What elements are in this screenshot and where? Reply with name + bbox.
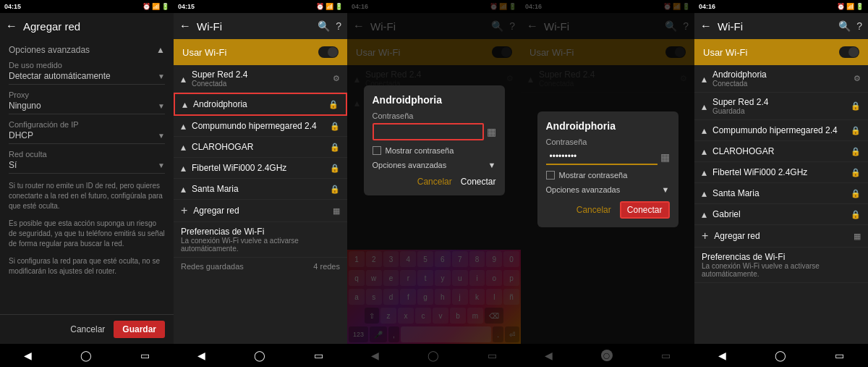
dialog-input-wrap-4: ▦ xyxy=(546,149,670,165)
wifi-signal-icon-santa: ▴ xyxy=(181,183,186,195)
wifi-item-super-red[interactable]: ▴ Super Red 2.4 Conectada ⚙ xyxy=(174,65,347,93)
back-button-1[interactable]: ← xyxy=(6,20,17,33)
wifi-info-fibertel-5: Fibertel WiFi000 2.4GHz xyxy=(712,167,851,177)
signal-icon-5: 📶 xyxy=(846,3,854,10)
wifi-info-super-red: Super Red 2.4 Conectada xyxy=(192,69,333,88)
back-nav-5[interactable]: ◀ xyxy=(718,350,726,361)
header-1: ← Agregar red xyxy=(0,13,174,39)
qr-icon-5[interactable]: ▦ xyxy=(854,232,861,241)
dialog-title-4: Androidphoria xyxy=(546,120,670,132)
wifi-item-claro[interactable]: ▴ CLAROHOGAR 🔒 xyxy=(174,137,347,158)
connect-button-3[interactable]: Conectar xyxy=(461,177,496,187)
wifi-info-claro-5: CLAROHOGAR xyxy=(712,146,851,156)
wifi-name-fibertel: Fibertel WiFi000 2.4GHz xyxy=(192,163,330,173)
wifi-info-gabriel-5: Gabriel xyxy=(712,209,851,219)
config-ip-field[interactable]: DHCP ▼ xyxy=(9,130,165,144)
use-wifi-bar-5[interactable]: Usar Wi-Fi xyxy=(694,39,868,65)
save-button-1[interactable]: Guardar xyxy=(114,321,165,338)
use-wifi-bar-2[interactable]: Usar Wi-Fi xyxy=(174,39,347,65)
show-password-checkbox-3[interactable] xyxy=(373,146,381,155)
wifi-item-santa-maria[interactable]: ▴ Santa Maria 🔒 xyxy=(174,179,347,200)
red-oculta-value: Sí xyxy=(9,160,17,170)
alarm-icon-1: ⏰ xyxy=(142,3,150,10)
back-button-2[interactable]: ← xyxy=(179,20,191,33)
wifi-prefs-5[interactable]: Preferencias de Wi-Fi La conexión Wi-Fi … xyxy=(694,248,868,283)
wifi-list-5: ▴ Androidphoria Conectada ⚙ ▴ Super Red … xyxy=(694,65,868,344)
header-5: ← Wi-Fi 🔍 ? xyxy=(694,13,868,39)
wifi-signal-icon-5-1: ▴ xyxy=(702,73,707,85)
wifi-signal-icon-5-4: ▴ xyxy=(702,145,707,157)
wifi-item-super-red-5[interactable]: ▴ Super Red 2.4 Guardada 🔒 xyxy=(694,93,868,120)
signal-icon-2: 📶 xyxy=(326,3,333,10)
recents-nav-1[interactable]: ▭ xyxy=(140,350,150,361)
home-nav-5[interactable]: ◯ xyxy=(775,350,786,361)
wifi-item-fibertel[interactable]: ▴ Fibertel WiFi000 2.4GHz 🔒 xyxy=(174,158,347,179)
password-input-4[interactable] xyxy=(546,149,658,165)
de-uso-label: De uso medido xyxy=(9,61,165,69)
password-input-3[interactable] xyxy=(373,123,484,140)
header-icons-5: 🔍 ? xyxy=(838,20,862,32)
red-oculta-field[interactable]: Sí ▼ xyxy=(9,160,165,174)
wifi-item-gabriel-5[interactable]: ▴ Gabriel 🔒 xyxy=(694,204,868,225)
home-nav-1[interactable]: ◯ xyxy=(80,350,92,361)
gear-icon-androidphoria-5[interactable]: ⚙ xyxy=(854,74,861,83)
show-password-checkbox-4[interactable] xyxy=(546,171,555,180)
help-icon-5[interactable]: ? xyxy=(856,20,862,32)
advanced-opts-4[interactable]: Opciones avanzadas ▼ xyxy=(546,185,670,194)
qr-icon-2[interactable]: ▦ xyxy=(333,206,340,216)
recents-nav-5[interactable]: ▭ xyxy=(835,350,844,361)
cancel-button-1[interactable]: Cancelar xyxy=(70,324,105,334)
back-nav-1[interactable]: ◀ xyxy=(24,350,32,361)
wifi-toggle-5[interactable] xyxy=(839,46,859,58)
cancel-button-4[interactable]: Cancelar xyxy=(576,201,611,219)
search-icon-5[interactable]: 🔍 xyxy=(838,20,851,32)
wifi-item-fibertel-5[interactable]: ▴ Fibertel WiFi000 2.4GHz 🔒 xyxy=(694,162,868,183)
cancel-button-3[interactable]: Cancelar xyxy=(417,177,452,187)
dialog-overlay-3: Androidphoria Contraseña ▦ Mostrar contr… xyxy=(347,0,521,367)
wifi-sub-super-red-5: Guardada xyxy=(712,107,851,115)
wifi-item-santa-5[interactable]: ▴ Santa Maria 🔒 xyxy=(694,183,868,204)
header-2: ← Wi-Fi 🔍 ? xyxy=(174,13,347,39)
proxy-chevron: ▼ xyxy=(158,102,165,110)
wifi-item-androidphoria-5[interactable]: ▴ Androidphoria Conectada ⚙ xyxy=(694,65,868,93)
recents-nav-2[interactable]: ▭ xyxy=(314,350,323,361)
qr-icon-dialog-4[interactable]: ▦ xyxy=(660,151,670,163)
alarm-icon-5: ⏰ xyxy=(837,3,845,10)
wifi-toggle-2[interactable] xyxy=(318,46,339,58)
wifi-prefs-2[interactable]: Preferencias de Wi-Fi La conexión Wi-Fi … xyxy=(174,222,347,258)
gear-icon-super-red[interactable]: ⚙ xyxy=(333,74,340,83)
advanced-opts-3[interactable]: Opciones avanzadas ▼ xyxy=(373,161,496,169)
back-button-5[interactable]: ← xyxy=(700,20,712,33)
help-icon-2[interactable]: ? xyxy=(336,20,341,32)
wifi-item-claro-5[interactable]: ▴ CLAROHOGAR 🔒 xyxy=(694,141,868,162)
wifi-info-androidphoria: Androidphoria xyxy=(193,99,328,109)
lock-icon-santa-5: 🔒 xyxy=(851,189,861,198)
show-password-wrap-4[interactable]: Mostrar contraseña xyxy=(546,171,670,180)
qr-icon-dialog-3[interactable]: ▦ xyxy=(487,126,496,138)
wifi-item-compumundo[interactable]: ▴ Compumundo hipermegared 2.4 🔒 xyxy=(174,116,347,137)
advanced-chevron-4: ▼ xyxy=(662,185,670,194)
wifi-sub-super-red: Conectada xyxy=(192,80,333,88)
connect-button-4[interactable]: Conectar xyxy=(620,201,670,219)
add-network-row-5[interactable]: + Agregar red ▦ xyxy=(694,225,868,248)
wifi-sub-androidphoria-5: Conectada xyxy=(712,80,854,88)
show-password-wrap-3[interactable]: Mostrar contraseña xyxy=(373,146,496,155)
header-icons-2: 🔍 ? xyxy=(318,20,341,32)
lock-icon-compumundo-5: 🔒 xyxy=(851,126,861,135)
add-network-row-2[interactable]: + Agregar red ▦ xyxy=(174,200,347,222)
wifi-name-androidphoria: Androidphoria xyxy=(193,99,328,109)
password-dialog-4: Androidphoria Contraseña ▦ Mostrar contr… xyxy=(537,111,678,227)
saved-section-2: Redes guardadas 4 redes xyxy=(174,258,347,272)
wifi-info-super-red-5: Super Red 2.4 Guardada xyxy=(712,97,851,115)
back-nav-2[interactable]: ◀ xyxy=(197,350,205,361)
lock-icon-androidphoria: 🔒 xyxy=(328,100,339,109)
de-uso-field[interactable]: Detectar automáticamente ▼ xyxy=(9,71,165,85)
wifi-item-androidphoria[interactable]: ▴ Androidphoria 🔒 xyxy=(174,93,347,116)
note-1: Si tu router no emite un ID de red, pero… xyxy=(9,181,165,211)
proxy-field[interactable]: Ninguno ▼ xyxy=(9,101,165,114)
note-2: Es posible que esta acción suponga un ri… xyxy=(9,219,165,249)
wifi-info-claro: CLAROHOGAR xyxy=(192,142,330,152)
wifi-item-compumundo-5[interactable]: ▴ Compumundo hipermegared 2.4 🔒 xyxy=(694,120,868,141)
home-nav-2[interactable]: ◯ xyxy=(254,350,265,361)
search-icon-2[interactable]: 🔍 xyxy=(318,20,330,32)
